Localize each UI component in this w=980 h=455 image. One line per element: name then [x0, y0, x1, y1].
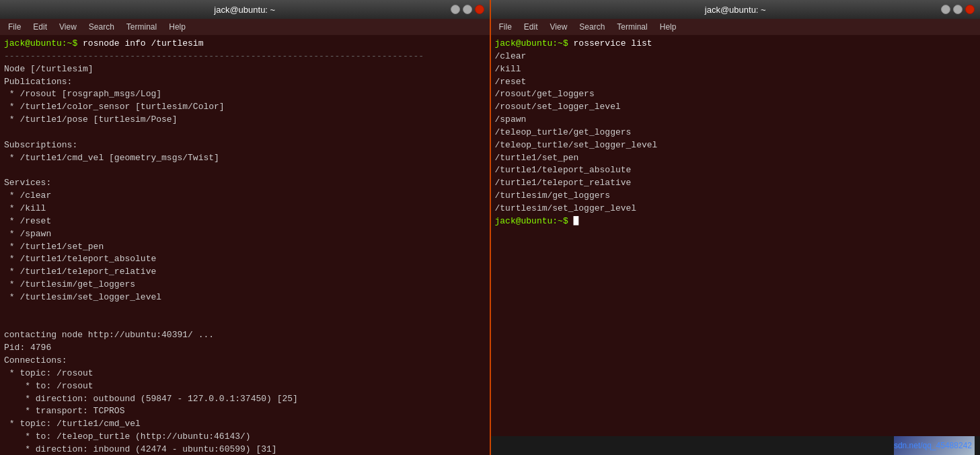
desktop: jack@ubuntu: ~ File Edit View Search Ter…	[0, 0, 980, 455]
left-minimize-button[interactable]	[451, 5, 460, 14]
right-menu-view[interactable]: View	[545, 21, 573, 33]
right-svc-spawn: /spawn	[495, 114, 527, 125]
left-line-svc6: * /turtle1/teleport_absolute	[4, 254, 156, 264]
left-line-to1: * to: /rosout	[4, 381, 93, 391]
left-line-svc1: * /clear	[4, 190, 51, 201]
left-line-to2: * to: /teleop_turtle (http://ubuntu:4614…	[4, 431, 251, 442]
left-line-trans1: * transport: TCPROS	[4, 406, 124, 416]
left-line-pub: Publications:	[4, 77, 72, 87]
left-line-pub3: * /turtle1/pose [turtlesim/Pose]	[4, 114, 177, 125]
right-cursor: █	[574, 216, 579, 226]
right-maximize-button[interactable]	[953, 5, 963, 14]
right-svc-teleop-get: /teleop_turtle/get_loggers	[495, 127, 632, 137]
right-svc-reset: /reset	[495, 77, 527, 87]
left-line-dir2: * direction: inbound (42474 - ubuntu:605…	[4, 444, 277, 454]
left-line-svc3: * /reset	[4, 216, 51, 226]
left-menu-help[interactable]: Help	[163, 21, 191, 33]
left-window-controls	[451, 5, 484, 14]
right-prompt-2: jack@ubuntu:~$	[495, 216, 574, 226]
right-close-button[interactable]	[965, 5, 975, 14]
right-menu-edit[interactable]: Edit	[519, 21, 543, 33]
left-menu-view[interactable]: View	[54, 21, 82, 33]
right-svc-turtlesim-set: /turtlesim/set_logger_level	[495, 203, 637, 213]
left-line-contact: contacting node http://ubuntu:40391/ ...	[4, 330, 214, 340]
left-line-pub2: * /turtle1/color_sensor [turtlesim/Color…	[4, 102, 225, 112]
left-line-pid: Pid: 4796	[4, 343, 51, 353]
right-menu-terminal[interactable]: Terminal	[611, 21, 652, 33]
right-terminal-content: jack@ubuntu:~$ rosservice list /clear /k…	[491, 35, 981, 436]
left-line-svc: Services:	[4, 178, 51, 188]
right-svc-kill: /kill	[495, 64, 521, 74]
right-titlebar: jack@ubuntu: ~	[491, 0, 981, 19]
left-line-svc2: * /kill	[4, 203, 46, 213]
left-menu-edit[interactable]: Edit	[28, 21, 52, 33]
left-line-svc5: * /turtle1/set_pen	[4, 242, 104, 252]
right-svc-rosout-get: /rosout/get_loggers	[495, 89, 595, 99]
right-svc-clear: /clear	[495, 51, 527, 61]
right-svc-turtlesim-get: /turtlesim/get_loggers	[495, 190, 611, 201]
left-line-svc8: * /turtlesim/get_loggers	[4, 279, 135, 289]
right-svc-turtle1-abs: /turtle1/teleport_absolute	[495, 165, 632, 175]
right-svc-turtle1-rel: /turtle1/teleport_relative	[495, 178, 632, 188]
left-prompt-1: jack@ubuntu:~$	[4, 38, 83, 48]
left-line-svc9: * /turtlesim/set_logger_level	[4, 292, 161, 302]
left-line-svc4: * /spawn	[4, 229, 51, 239]
right-svc-rosout-set: /rosout/set_logger_level	[495, 102, 621, 112]
left-line-sub1: * /turtle1/cmd_vel [geometry_msgs/Twist]	[4, 153, 219, 163]
left-terminal-content: jack@ubuntu:~$ rosnode info /turtlesim -…	[0, 35, 490, 455]
right-minimize-button[interactable]	[941, 5, 950, 14]
right-title: jack@ubuntu: ~	[705, 5, 766, 15]
left-menu-file[interactable]: File	[3, 21, 26, 33]
right-menu-help[interactable]: Help	[654, 21, 682, 33]
bottom-link[interactable]: https://blog.csdn.net/qq_45488242	[894, 441, 972, 450]
left-line-node: Node [/turtlesim]	[4, 64, 93, 74]
left-menu-terminal[interactable]: Terminal	[121, 21, 162, 33]
right-menu-file[interactable]: File	[494, 21, 517, 33]
terminal-right: jack@ubuntu: ~ File Edit View Search Ter…	[491, 0, 981, 455]
left-cmd-1: rosnode info /turtlesim	[83, 38, 203, 48]
terminal-left: jack@ubuntu: ~ File Edit View Search Ter…	[0, 0, 491, 455]
left-menu-search[interactable]: Search	[83, 21, 120, 33]
left-terminal-text: jack@ubuntu:~$ rosnode info /turtlesim -…	[4, 38, 486, 455]
left-line-topic2: * topic: /turtle1/cmd_vel	[4, 419, 141, 429]
right-prompt-1: jack@ubuntu:~$	[495, 38, 574, 48]
right-terminal-text: jack@ubuntu:~$ rosservice list /clear /k…	[495, 38, 977, 228]
right-svc-teleop-set: /teleop_turtle/set_logger_level	[495, 140, 658, 150]
bottom-thumbnail: https://blog.csdn.net/qq_45488242	[894, 436, 975, 455]
left-menubar: File Edit View Search Terminal Help	[0, 19, 490, 35]
left-line-pub1: * /rosout [rosgraph_msgs/Log]	[4, 89, 161, 99]
left-title: jack@ubuntu: ~	[214, 5, 275, 15]
right-menu-search[interactable]: Search	[574, 21, 610, 33]
left-maximize-button[interactable]	[463, 5, 472, 14]
left-close-button[interactable]	[475, 5, 484, 14]
right-cmd-1: rosservice list	[574, 38, 652, 48]
left-line-dir1: * direction: outbound (59847 - 127.0.0.1…	[4, 394, 298, 404]
left-line-sub: Subscriptions:	[4, 140, 77, 150]
left-line-svc7: * /turtle1/teleport_relative	[4, 267, 156, 277]
left-titlebar: jack@ubuntu: ~	[0, 0, 490, 19]
right-bottom-bar: https://blog.csdn.net/qq_45488242	[491, 436, 981, 455]
left-dashed: ----------------------------------------…	[4, 51, 424, 61]
right-menubar: File Edit View Search Terminal Help	[491, 19, 981, 35]
right-window-controls	[941, 5, 975, 14]
right-svc-turtle1-pen: /turtle1/set_pen	[495, 153, 579, 163]
left-line-conn: Connections:	[4, 355, 67, 365]
left-line-topic1: * topic: /rosout	[4, 368, 93, 378]
terminals-row: jack@ubuntu: ~ File Edit View Search Ter…	[0, 0, 980, 455]
